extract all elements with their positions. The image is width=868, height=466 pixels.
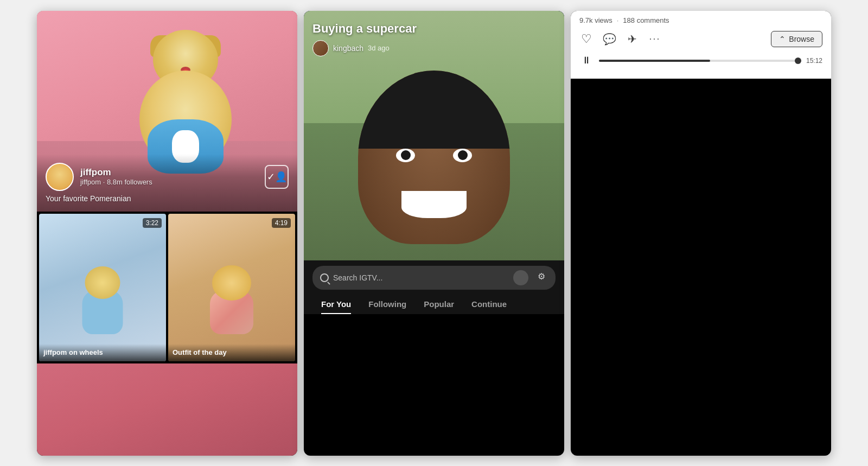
dog-body [139, 71, 232, 168]
profile-icon[interactable] [513, 270, 528, 285]
comment-button[interactable]: 💬 [602, 32, 616, 46]
s2-eye-left [396, 149, 415, 162]
profile-text: jiffpom jiffpom · 8.8m followers [80, 167, 152, 186]
stats-row: 9.7k views · 188 comments [579, 11, 822, 28]
hero-top-info: Buying a supercar kingbach 3d ago [312, 22, 556, 56]
pause-button[interactable]: ⏸ [579, 54, 593, 68]
dog-figure-hero [139, 30, 232, 168]
search-tabs-area: Search IGTV... ⚙ For You Following Popul… [304, 260, 564, 314]
profile-bio: Your favorite Pomeranian [46, 194, 289, 203]
duration-badge-2: 4:19 [272, 218, 291, 228]
progress-fill [599, 60, 710, 62]
browse-label: Browse [789, 35, 814, 43]
video-thumb-1[interactable]: 3:22 jiffpom on wheels [39, 214, 166, 361]
screen2-igtv: Buying a supercar kingbach 3d ago Search… [304, 11, 564, 456]
share-button[interactable]: ✈ [625, 32, 639, 46]
s2-person-face [358, 71, 510, 244]
video-title-overlay-1: jiffpom on wheels [39, 344, 166, 361]
s2-person-hat [358, 71, 510, 149]
action-bar: ♡ 💬 ✈ ··· ⌃ Browse [579, 28, 822, 50]
tab-continue[interactable]: Continue [463, 295, 515, 314]
screen3-bottom-controls: 9.7k views · 188 comments ♡ 💬 ✈ [571, 11, 831, 79]
video-title-2: Outfit of the day [173, 348, 291, 357]
duration-label: 15:12 [806, 57, 822, 65]
hero-user-row: kingbach 3d ago [312, 40, 556, 56]
tab-for-you[interactable]: For You [312, 295, 360, 314]
s2-big-person [358, 71, 510, 244]
hero-avatar [312, 40, 329, 56]
video-title-1: jiffpom on wheels [43, 348, 162, 357]
action-icons-left: ♡ 💬 ✈ ··· [579, 32, 662, 46]
search-placeholder: Search IGTV... [333, 273, 509, 282]
browse-button[interactable]: ⌃ Browse [771, 31, 822, 47]
profile-name: jiffpom [80, 167, 152, 178]
screen1-jiffpom: jiffpom jiffpom · 8.8m followers ✓👤 Your… [37, 11, 297, 456]
s2-pupil-right [458, 150, 468, 160]
views-count: 9.7k views [579, 16, 612, 24]
progress-thumb[interactable] [795, 58, 801, 64]
comment-icon: 💬 [603, 33, 616, 46]
stats-separator: · [617, 16, 619, 24]
thumb1-dog [82, 266, 123, 334]
profile-info: jiffpom jiffpom · 8.8m followers [46, 163, 152, 191]
heart-icon: ♡ [581, 32, 592, 46]
profile-followers: jiffpom · 8.8m followers [80, 178, 152, 186]
s2-eye-right [453, 149, 472, 162]
profile-row: jiffpom jiffpom · 8.8m followers ✓👤 [46, 163, 289, 191]
progress-track[interactable] [599, 60, 801, 62]
search-right-icons: ⚙ [513, 270, 548, 285]
screen1-background: jiffpom jiffpom · 8.8m followers ✓👤 Your… [37, 11, 297, 456]
search-bar[interactable]: Search IGTV... ⚙ [312, 266, 556, 290]
more-button[interactable]: ··· [648, 32, 662, 46]
screens-container: jiffpom jiffpom · 8.8m followers ✓👤 Your… [22, 11, 846, 456]
avatar [46, 163, 74, 191]
screen2-content: Buying a supercar kingbach 3d ago Search… [304, 11, 564, 317]
profile-overlay: jiffpom jiffpom · 8.8m followers ✓👤 Your… [37, 154, 297, 212]
follow-icon: ✓👤 [267, 171, 287, 183]
like-button[interactable]: ♡ [579, 32, 593, 46]
search-icon [320, 273, 329, 282]
more-icon: ··· [649, 33, 660, 44]
video-title-overlay-2: Outfit of the day [168, 344, 295, 361]
video-thumb-2[interactable]: 4:19 Outfit of the day [168, 214, 295, 361]
s2-pupil-left [401, 150, 411, 160]
hero-time: 3d ago [368, 44, 390, 52]
thumb1-dog-head [85, 266, 120, 299]
share-icon: ✈ [628, 33, 637, 46]
tabs-row: For You Following Popular Continue [312, 295, 556, 314]
thumb2-dog-head [212, 265, 251, 301]
s2-person-teeth [401, 191, 467, 218]
tab-following[interactable]: Following [360, 295, 415, 314]
tab-popular[interactable]: Popular [415, 295, 463, 314]
avatar-image [47, 164, 72, 189]
screen3-content: gettin jiggy wit it ▾ roypurdy 6d ago 9.… [571, 11, 831, 79]
follow-button[interactable]: ✓👤 [265, 165, 289, 189]
comments-count: 188 comments [623, 16, 669, 24]
duration-badge-1: 3:22 [143, 218, 162, 228]
thumb2-dog [210, 265, 253, 334]
playback-row: ⏸ 15:12 [579, 50, 822, 70]
screen1-hero: jiffpom jiffpom · 8.8m followers ✓👤 Your… [37, 11, 297, 212]
video-grid: 3:22 jiffpom on wheels 4:19 Outfit of th… [37, 212, 297, 363]
browse-chevron-icon: ⌃ [779, 35, 786, 43]
pause-icon: ⏸ [582, 55, 591, 66]
hero-video-title: Buying a supercar [312, 22, 556, 36]
hero-username: kingbach [333, 44, 363, 53]
screen2-hero: Buying a supercar kingbach 3d ago [304, 11, 564, 260]
thumb-grid: 7:12 Carnival Ballet ashleylewoffi... [304, 314, 564, 317]
settings-icon[interactable]: ⚙ [535, 270, 548, 283]
screen3-player: gettin jiggy wit it ▾ roypurdy 6d ago 9.… [571, 11, 831, 456]
